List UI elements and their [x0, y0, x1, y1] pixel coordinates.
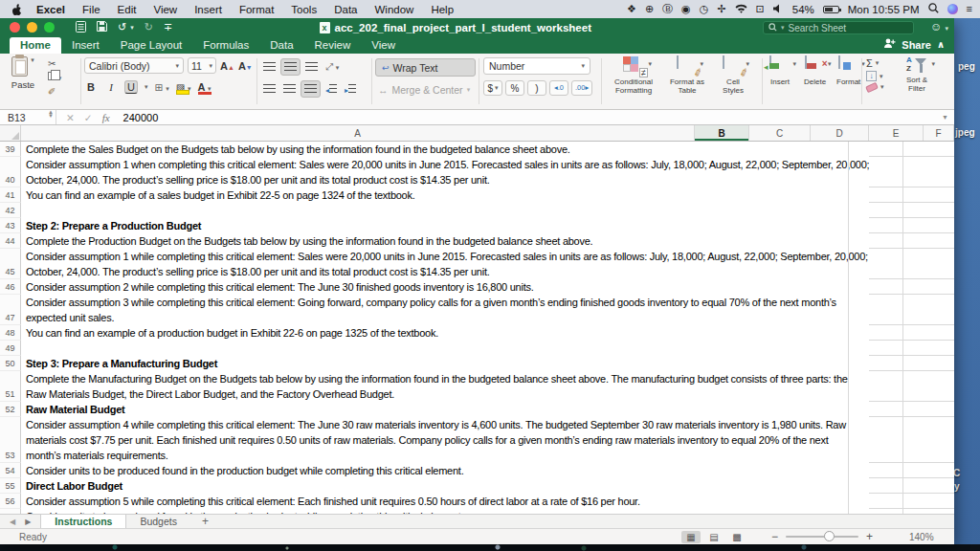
normal-view-button[interactable]: ▦ — [681, 531, 701, 543]
save-icon[interactable] — [97, 21, 107, 33]
input-switcher-icon[interactable]: ✢ — [717, 4, 725, 14]
globe-icon[interactable]: ⊕ — [645, 4, 654, 14]
search-sheet-box[interactable]: ▾ Search Sheet — [763, 21, 914, 34]
cell-styles-button[interactable]: ✐▾ Cell Styles — [716, 56, 750, 95]
ribbon-tab-view[interactable]: View — [361, 37, 406, 54]
align-bottom-button[interactable] — [302, 59, 321, 75]
format-cells-button[interactable]: ▾ Format — [836, 56, 860, 86]
align-center-button[interactable] — [280, 81, 299, 97]
column-header-b[interactable]: B — [695, 125, 749, 141]
menu-view[interactable]: View — [145, 4, 186, 15]
text-orientation-button[interactable]: ⤢ ▾ — [323, 59, 342, 75]
delete-cells-button[interactable]: ×▾ Delete — [804, 56, 826, 86]
menu-tools[interactable]: Tools — [282, 4, 325, 15]
underline-button[interactable]: U — [124, 80, 138, 94]
percent-format-button[interactable]: % — [505, 80, 524, 96]
cell-a44[interactable]: Complete the Production Budget on the Bu… — [21, 233, 954, 249]
cell-a42[interactable] — [21, 203, 954, 218]
font-color-button[interactable]: A ▾ — [198, 81, 212, 93]
cell-a57[interactable]: Consider units to be produced found in t… — [21, 509, 954, 514]
row-header-46[interactable]: 46 — [0, 279, 21, 295]
ribbon-tab-data[interactable]: Data — [259, 37, 303, 54]
borders-button[interactable]: ⊞ ▾ — [155, 81, 169, 93]
align-top-button[interactable] — [260, 59, 278, 75]
format-as-table-button[interactable]: ✐▾ Format as Table — [666, 56, 708, 95]
cell-a47[interactable]: Consider assumption 3 while completing t… — [21, 295, 954, 325]
zoom-window-button[interactable] — [44, 22, 55, 33]
bitcoin-icon[interactable]: Ⓑ — [662, 4, 673, 14]
sort-filter-button[interactable]: AZ ▾ Sort & Filter — [898, 56, 936, 93]
volume-icon[interactable] — [773, 4, 784, 15]
next-sheet-arrow[interactable]: ▶ — [25, 518, 31, 526]
row-header-51[interactable]: 51 — [0, 371, 21, 402]
menubar-clock[interactable]: Mon 10:55 PM — [848, 4, 920, 15]
name-box-stepper[interactable]: ▲▼ — [48, 111, 54, 118]
cell-a45[interactable]: Consider assumption 1 while completing t… — [21, 249, 954, 279]
row-header-39[interactable]: 39 — [0, 142, 21, 157]
format-painter-button[interactable]: ✐ — [48, 86, 61, 98]
decrease-decimal-button[interactable]: .00▸ — [571, 80, 592, 96]
formula-bar-expand-arrow[interactable]: ▼ — [942, 114, 948, 121]
cell-a53[interactable]: Consider assumption 4 while completing t… — [21, 417, 954, 463]
row-header-43[interactable]: 43 — [0, 218, 21, 233]
align-right-button[interactable] — [301, 80, 321, 98]
zoom-percent[interactable]: 140% — [909, 532, 934, 542]
column-header-d[interactable]: D — [811, 125, 869, 141]
cut-button[interactable]: ✂ — [48, 58, 61, 70]
cell-a43[interactable]: Step 2: Prepare a Production Budget — [21, 218, 954, 233]
align-middle-button[interactable] — [280, 58, 301, 76]
notification-center-icon[interactable]: ≡ — [967, 4, 972, 14]
merge-center-button[interactable]: ↔ Merge & Center ▾ — [375, 84, 476, 96]
previous-sheet-arrow[interactable]: ◀ — [10, 518, 15, 526]
row-header-49[interactable]: 49 — [0, 341, 21, 356]
battery-icon[interactable] — [823, 6, 839, 13]
confirm-entry-icon[interactable]: ✓ — [84, 112, 93, 123]
cancel-entry-icon[interactable]: ✕ — [66, 112, 75, 123]
select-all-corner[interactable] — [0, 125, 21, 141]
row-header-45[interactable]: 45 — [0, 249, 21, 279]
share-button[interactable]: Share — [902, 39, 931, 51]
row-header-53[interactable]: 53 — [0, 417, 21, 463]
currency-format-button[interactable]: $▾ — [483, 80, 502, 96]
column-header-f[interactable]: F — [924, 125, 954, 141]
spotlight-icon[interactable] — [928, 3, 939, 15]
menu-file[interactable]: File — [74, 4, 109, 15]
zoom-in-button[interactable]: + — [866, 530, 873, 543]
column-header-e[interactable]: E — [869, 125, 924, 141]
apple-menu-icon[interactable] — [11, 3, 22, 15]
paste-button[interactable]: ▾ Paste — [4, 56, 42, 98]
undo-dropdown-arrow[interactable]: ▾ — [130, 24, 134, 32]
close-window-button[interactable] — [10, 22, 20, 33]
copy-button[interactable]: ▾ — [48, 72, 61, 84]
name-box[interactable]: B13 ▲▼ — [0, 110, 56, 124]
cell-a55[interactable]: Direct Labor Budget — [21, 478, 954, 494]
ribbon-tab-page-layout[interactable]: Page Layout — [110, 37, 193, 54]
underline-dropdown-arrow[interactable]: ▾ — [145, 83, 148, 91]
collapse-ribbon-icon[interactable]: ∧ — [937, 39, 945, 50]
zoom-slider-knob[interactable] — [824, 531, 835, 541]
menu-insert[interactable]: Insert — [186, 4, 231, 15]
italic-button[interactable]: I — [104, 81, 118, 93]
row-header-40[interactable]: 40 — [0, 157, 21, 187]
wrap-text-button[interactable]: ↩ Wrap Text — [375, 58, 476, 77]
menu-help[interactable]: Help — [422, 4, 462, 15]
new-workbook-icon[interactable] — [76, 21, 86, 34]
column-header-a[interactable]: A — [21, 125, 695, 141]
zoom-slider[interactable] — [786, 536, 858, 538]
search-scope-dropdown-arrow[interactable]: ▾ — [781, 24, 785, 32]
zoom-out-button[interactable]: − — [771, 530, 778, 543]
insert-cells-button[interactable]: ◂▾ Insert — [769, 56, 791, 86]
row-header-57[interactable]: 57 — [0, 509, 21, 514]
row-header-41[interactable]: 41 — [0, 187, 21, 203]
row-header-54[interactable]: 54 — [0, 463, 21, 478]
page-break-view-button[interactable]: ▩ — [727, 531, 746, 543]
row-header-55[interactable]: 55 — [0, 478, 21, 494]
column-header-c[interactable]: C — [749, 125, 811, 141]
formula-bar-value[interactable]: 240000 — [123, 112, 159, 123]
add-sheet-button[interactable]: + — [190, 515, 220, 528]
siri-icon[interactable] — [947, 4, 958, 14]
menu-excel[interactable]: Excel — [28, 4, 74, 15]
airplay-display-icon[interactable]: ⊡ — [756, 4, 765, 14]
fill-button[interactable]: ↓▾ — [866, 71, 884, 81]
ribbon-tab-review[interactable]: Review — [304, 37, 362, 54]
